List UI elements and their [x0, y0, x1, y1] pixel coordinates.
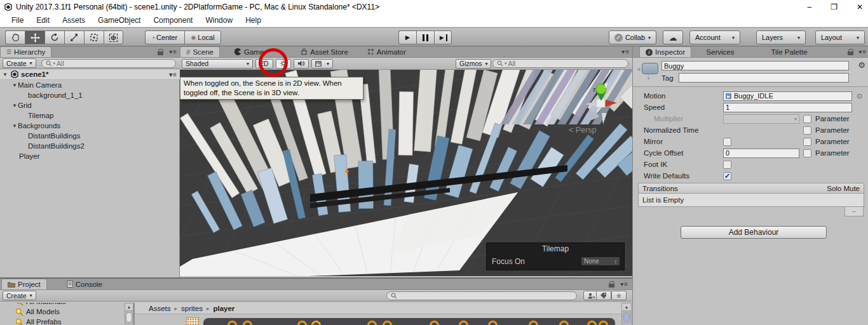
multiplier-dropdown[interactable]: ▾: [723, 114, 799, 124]
normalized-parameter-checkbox[interactable]: [803, 126, 811, 135]
lock-icon[interactable]: [848, 49, 853, 55]
scene-effects-button[interactable]: ▾: [311, 59, 333, 69]
remove-transition-button[interactable]: −: [844, 207, 864, 216]
menu-component[interactable]: Component: [147, 14, 199, 27]
foldout-icon[interactable]: ▼: [2, 72, 8, 77]
tree-row-tilemap[interactable]: Tilemap: [0, 110, 180, 121]
panel-menu-icon[interactable]: ▾≡: [620, 281, 628, 288]
axis-gizmo[interactable]: [580, 81, 625, 127]
tab-inspector[interactable]: i Inspector: [639, 46, 691, 57]
scene-audio-button[interactable]: [294, 59, 309, 69]
layers-button[interactable]: Layers ▾: [756, 30, 806, 44]
scale-tool-button[interactable]: [64, 30, 84, 44]
breadcrumb-assets[interactable]: Assets: [149, 305, 171, 312]
menu-assets[interactable]: Assets: [56, 14, 92, 27]
pause-button[interactable]: [416, 30, 434, 44]
lock-icon[interactable]: [158, 49, 163, 55]
tree-row-distantbuildings[interactable]: DistantBuildings: [0, 131, 180, 141]
play-button[interactable]: ►: [398, 30, 416, 44]
shaded-dropdown[interactable]: Shaded ▾: [182, 59, 253, 69]
restore-button[interactable]: ❐: [831, 3, 837, 11]
scroll-up-icon[interactable]: ▲: [622, 303, 631, 311]
multiplier-parameter-checkbox[interactable]: [803, 115, 811, 123]
tab-services[interactable]: Services: [700, 46, 740, 57]
tileset-thumbnail[interactable]: [186, 317, 199, 325]
step-button[interactable]: ►: [434, 30, 452, 44]
write-defaults-checkbox[interactable]: ✓: [723, 172, 731, 180]
transitions-header[interactable]: Transitions Solo Mute: [638, 183, 864, 194]
rotate-tool-button[interactable]: [44, 30, 64, 44]
project-create-button[interactable]: Create ▾: [3, 291, 36, 300]
foot-ik-checkbox[interactable]: [723, 161, 731, 169]
collab-button[interactable]: ✓ Collab ▾: [609, 30, 656, 44]
add-behaviour-button[interactable]: Add Behaviour: [681, 226, 827, 239]
sprite-sheet-thumbnail[interactable]: [203, 318, 615, 325]
tab-tile-palette[interactable]: Tile Palette: [765, 46, 813, 57]
cycle-offset-field[interactable]: 0: [723, 149, 799, 158]
pivot-local-button[interactable]: ◉ Local: [184, 30, 221, 44]
menu-gameobject[interactable]: GameObject: [92, 14, 147, 27]
tree-row-grid[interactable]: ▼Grid: [0, 100, 180, 110]
tab-asset-store[interactable]: Asset Store: [295, 46, 353, 57]
motion-field[interactable]: ▶ Buggy_IDLE: [723, 91, 852, 101]
pivot-center-button[interactable]: ▪ Center: [145, 30, 184, 44]
scene-header-menu-icon[interactable]: ▾≡: [169, 71, 177, 78]
persp-label[interactable]: < Persp: [569, 126, 596, 135]
tree-row-backgrounds[interactable]: ▼Backgrounds: [0, 121, 180, 131]
tab-hierarchy[interactable]: ☰ Hierarchy: [0, 46, 51, 57]
search-by-label-button[interactable]: [596, 291, 611, 300]
scene-search-input[interactable]: ▾ All: [492, 59, 628, 68]
tab-project[interactable]: Project: [1, 279, 47, 289]
close-button[interactable]: ✕: [857, 3, 863, 11]
panel-menu-icon[interactable]: ▾≡: [169, 48, 177, 55]
tree-row-player[interactable]: Player: [0, 151, 180, 161]
focus-on-dropdown[interactable]: None ↕: [581, 256, 620, 266]
transform-tool-button[interactable]: [104, 30, 123, 44]
list-item-all-models[interactable]: All Models: [0, 307, 125, 317]
scene-header-row[interactable]: ▼ scene1* ▾≡: [0, 69, 180, 80]
rect-tool-button[interactable]: [84, 30, 104, 44]
hierarchy-create-button[interactable]: Create ▾: [3, 58, 36, 68]
cloud-button[interactable]: ☁: [663, 30, 683, 44]
tab-scene[interactable]: # Scene: [180, 46, 220, 57]
cycle-parameter-checkbox[interactable]: [803, 149, 811, 157]
assets-scrollbar[interactable]: ▲: [621, 303, 632, 325]
menu-file[interactable]: File: [5, 14, 30, 27]
breadcrumb-player[interactable]: player: [213, 305, 234, 312]
gear-icon[interactable]: ⚙: [858, 60, 865, 70]
mirror-checkbox[interactable]: [723, 138, 731, 146]
menu-window[interactable]: Window: [199, 14, 239, 27]
tree-row-main-camera[interactable]: ▼Main Camera: [0, 80, 180, 90]
scene-viewport[interactable]: When toggled on, the Scene is in 2D view…: [180, 70, 632, 276]
hand-tool-button[interactable]: [5, 30, 25, 44]
panel-menu-icon[interactable]: ▾≡: [858, 48, 867, 55]
list-item-all-prefabs[interactable]: All Prefabs: [0, 317, 125, 325]
state-name-field[interactable]: Buggy: [661, 61, 849, 70]
tab-console[interactable]: Console: [61, 279, 108, 289]
speed-field[interactable]: 1: [723, 103, 852, 112]
project-search-input[interactable]: [386, 291, 577, 300]
tab-animator[interactable]: Animator: [362, 46, 412, 57]
lock-icon[interactable]: [609, 281, 614, 288]
foldout-icon[interactable]: ▼: [11, 103, 18, 109]
mirror-parameter-checkbox[interactable]: [803, 138, 811, 146]
tree-row-background-1-1[interactable]: background_1_1: [0, 90, 180, 100]
gizmos-dropdown[interactable]: Gizmos ▾: [456, 59, 491, 69]
object-picker-icon[interactable]: ⊙: [857, 92, 862, 100]
menu-help[interactable]: Help: [239, 14, 268, 27]
foldout-icon[interactable]: ▼: [11, 83, 18, 88]
breadcrumb-sprites[interactable]: sprites: [181, 305, 203, 312]
project-list-scrollbar[interactable]: ▲: [125, 303, 133, 325]
menu-edit[interactable]: Edit: [30, 14, 56, 27]
scroll-up-icon[interactable]: ▲: [125, 303, 133, 311]
tree-row-distantbuildings2[interactable]: DistantBuildings2: [0, 141, 180, 151]
move-tool-button[interactable]: [25, 30, 44, 44]
scene-panel-menu-icon[interactable]: ▾≡: [621, 48, 630, 55]
layout-button[interactable]: Layout ▾: [815, 30, 865, 44]
foldout-icon[interactable]: ▼: [11, 123, 18, 129]
favorites-button[interactable]: ★: [611, 291, 627, 300]
tag-field[interactable]: [679, 73, 849, 83]
account-button[interactable]: Account ▾: [689, 30, 740, 44]
hierarchy-search-input[interactable]: ▾ All: [41, 59, 176, 68]
minimize-button[interactable]: –: [807, 3, 811, 11]
